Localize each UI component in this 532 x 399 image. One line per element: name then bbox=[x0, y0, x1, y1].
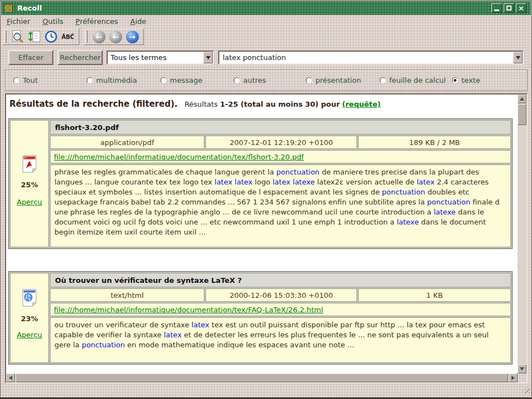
vertical-scrollbar[interactable] bbox=[518, 94, 526, 373]
query-dropdown-button[interactable] bbox=[513, 52, 523, 63]
app-logo-icon bbox=[4, 4, 13, 13]
radio-icon[interactable] bbox=[160, 77, 167, 83]
toolbar-group-main: ÂBĈ bbox=[3, 28, 79, 45]
scroll-right-button[interactable] bbox=[509, 373, 518, 382]
filter-presentation[interactable]: présentation bbox=[306, 76, 361, 84]
mime-type: application/pdf bbox=[50, 136, 204, 149]
filter-multimedia[interactable]: multimédia bbox=[87, 76, 137, 84]
date-modified: 2000-12-06 15:03:30 +0100 bbox=[205, 288, 357, 302]
result-2-side: 23% Aperçu bbox=[10, 273, 49, 363]
mime-type: text/html bbox=[50, 288, 204, 302]
query-combo[interactable] bbox=[218, 51, 524, 64]
first-page-arrow-icon: ← bbox=[93, 31, 106, 43]
result-1-snippet: phrase les regles grammaticales de chaqu… bbox=[50, 164, 511, 247]
results-title: Résultats de la recherche (filtered). bbox=[9, 99, 178, 109]
filter-texte[interactable]: texte bbox=[452, 76, 480, 84]
filter-tout[interactable]: Tout bbox=[13, 76, 38, 84]
titlebar[interactable]: Recoll × bbox=[1, 1, 531, 15]
history-button[interactable] bbox=[43, 29, 59, 44]
maximize-button[interactable] bbox=[504, 3, 514, 13]
scroll-down-button[interactable] bbox=[518, 365, 526, 373]
window-title: Recoll bbox=[17, 4, 42, 12]
preview-link[interactable]: Aperçu bbox=[17, 331, 42, 339]
radio-icon[interactable] bbox=[380, 77, 386, 83]
filter-message[interactable]: message bbox=[160, 76, 202, 84]
vertical-scroll-thumb[interactable] bbox=[518, 104, 526, 125]
results-header: Résultats de la recherche (filtered). Ré… bbox=[9, 99, 381, 109]
horizontal-scroll-thumb[interactable] bbox=[16, 373, 508, 382]
horizontal-scrollbar[interactable] bbox=[6, 373, 518, 382]
arrow-up-icon bbox=[520, 97, 524, 101]
menu-fichier[interactable]: Fichier bbox=[7, 17, 31, 26]
query-details-link[interactable]: (requête) bbox=[342, 100, 381, 108]
relevance-percent: 25% bbox=[21, 181, 38, 189]
search-input[interactable] bbox=[219, 52, 513, 63]
category-filter-frame: Tout multimédia message autres présentat… bbox=[5, 69, 528, 91]
results-word: Résultats bbox=[184, 100, 218, 108]
scroll-up-button[interactable] bbox=[518, 94, 526, 103]
result-2-url-row: file:///home/michael/informatique/docume… bbox=[50, 303, 511, 316]
result-2-title[interactable]: Où trouver un vérificateur de syntaxe La… bbox=[50, 273, 511, 287]
search-button[interactable]: Rechercher bbox=[58, 50, 103, 65]
menu-preferences[interactable]: Préférences bbox=[76, 17, 118, 26]
radio-icon[interactable] bbox=[452, 77, 458, 83]
sort-document-icon bbox=[28, 30, 41, 43]
date-modified: 2007-12-01 12:19:20 +0100 bbox=[205, 136, 357, 149]
relevance-percent: 23% bbox=[21, 315, 38, 323]
close-button[interactable]: × bbox=[516, 3, 526, 13]
next-page-arrow-icon: → bbox=[126, 31, 139, 43]
scroll-left-button[interactable] bbox=[6, 373, 15, 382]
sort-button[interactable] bbox=[27, 29, 42, 44]
first-page-button[interactable]: ← bbox=[91, 29, 107, 44]
arrow-down-icon bbox=[520, 367, 524, 371]
chevron-down-icon bbox=[206, 56, 210, 59]
result-1-meta: application/pdf 2007-12-01 12:19:20 +010… bbox=[50, 136, 511, 149]
menu-outils[interactable]: Outils bbox=[43, 17, 64, 26]
filter-autres[interactable]: autres bbox=[234, 76, 266, 84]
minimize-button[interactable] bbox=[491, 3, 502, 13]
result-item-1: 25% Aperçu flshort-3.20.pdf application/… bbox=[8, 118, 513, 249]
file-size: 1 KB bbox=[358, 288, 511, 302]
arrow-left-icon bbox=[9, 376, 12, 380]
menu-aide[interactable]: Aide bbox=[131, 17, 147, 26]
result-1-title[interactable]: flshort-3.20.pdf bbox=[50, 120, 511, 134]
term-explorer-button[interactable]: ÂBĈ bbox=[60, 29, 76, 44]
minimize-icon bbox=[494, 9, 499, 11]
statusbar bbox=[1, 382, 531, 396]
previous-page-arrow-icon: ← bbox=[109, 31, 122, 43]
chevron-down-icon bbox=[516, 56, 520, 59]
term-explorer-icon: ÂBĈ bbox=[62, 34, 74, 40]
toolbar: ÂBĈ ← ← → bbox=[3, 28, 144, 45]
result-1-side: 25% Aperçu bbox=[10, 120, 49, 247]
result-item-2: 23% Aperçu Où trouver un vérificateur de… bbox=[8, 271, 513, 365]
history-clock-icon bbox=[44, 30, 58, 43]
file-size: 189 KB / 2 MB bbox=[358, 136, 511, 149]
filter-feuille-de-calcul[interactable]: feuille de calcul bbox=[380, 76, 446, 84]
result-1-url-row: file:///home/michael/informatique/docume… bbox=[50, 150, 511, 163]
pdf-file-icon bbox=[22, 155, 37, 173]
result-2-snippet: ou trouver un verificateur de syntaxe la… bbox=[50, 317, 511, 363]
document-preview-button[interactable] bbox=[10, 29, 26, 44]
results-frame: Résultats de la recherche (filtered). Ré… bbox=[5, 93, 528, 383]
result-url-link[interactable]: file:///home/michael/informatique/docume… bbox=[54, 306, 323, 314]
clear-button[interactable]: Effacer bbox=[8, 50, 53, 65]
recoll-window: Recoll × Fichier Outils Préférences Aide bbox=[0, 0, 532, 399]
radio-icon[interactable] bbox=[306, 77, 312, 83]
result-url-link[interactable]: file:///home/michael/informatique/docume… bbox=[54, 153, 304, 161]
toolbar-group-nav: ← ← → bbox=[84, 28, 144, 45]
radio-icon[interactable] bbox=[13, 77, 19, 83]
toolbar-grip[interactable] bbox=[4, 31, 7, 43]
search-mode-select[interactable]: Tous les termes bbox=[107, 51, 214, 64]
search-mode-value: Tous les termes bbox=[108, 53, 203, 62]
results-count: 1-25 (total au moins 30) pour bbox=[220, 100, 340, 108]
preview-link[interactable]: Aperçu bbox=[17, 198, 42, 206]
radio-icon[interactable] bbox=[234, 77, 240, 83]
close-icon: × bbox=[518, 6, 524, 11]
toolbar-grip[interactable] bbox=[86, 31, 88, 43]
dropdown-button[interactable] bbox=[203, 52, 213, 63]
resize-grip[interactable] bbox=[521, 385, 530, 393]
results-viewport: Résultats de la recherche (filtered). Ré… bbox=[6, 94, 518, 373]
previous-page-button[interactable]: ← bbox=[108, 29, 123, 44]
radio-icon[interactable] bbox=[87, 77, 93, 83]
next-page-button[interactable]: → bbox=[124, 29, 140, 44]
